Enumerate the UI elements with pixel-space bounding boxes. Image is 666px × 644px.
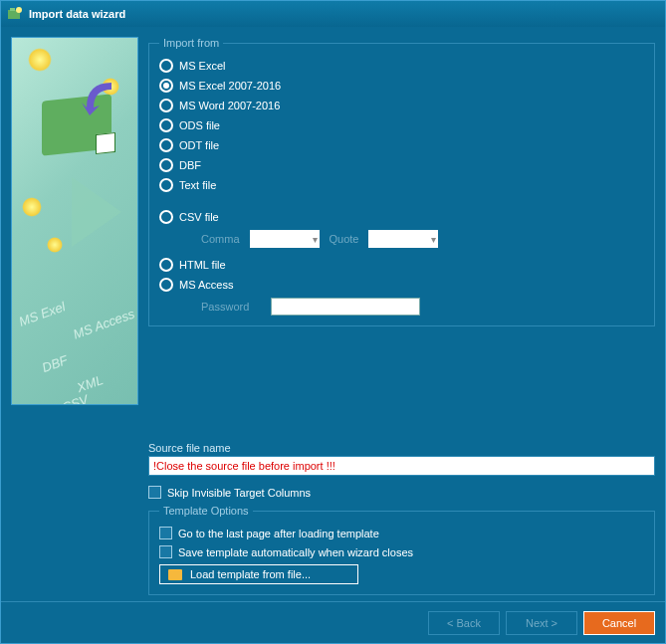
radio-html[interactable]: HTML file <box>159 258 644 272</box>
quote-combo[interactable]: ▾ <box>368 230 438 248</box>
main-area: MS Exel MS Access DBF XML CSV Import fro… <box>1 27 665 438</box>
radio-label: MS Word 2007-2016 <box>179 100 280 111</box>
password-label: Password <box>201 301 261 313</box>
template-options-legend: Template Options <box>159 505 253 517</box>
radio-label: Text file <box>179 179 216 191</box>
checkbox-label: Save template automatically when wizard … <box>178 546 413 558</box>
radio-access[interactable]: MS Access <box>159 278 644 292</box>
radio-icon <box>159 79 173 93</box>
radio-label: HTML file <box>179 259 226 271</box>
load-template-button[interactable]: Load template from file... <box>159 564 358 584</box>
radio-icon <box>159 158 173 172</box>
radio-ms-word-2007[interactable]: MS Word 2007-2016 <box>159 99 644 112</box>
svg-point-2 <box>16 7 22 13</box>
template-options-group: Template Options Go to the last page aft… <box>148 505 655 595</box>
chevron-down-icon: ▾ <box>313 234 318 245</box>
app-icon <box>7 6 23 22</box>
illus-text-excel: MS Exel <box>17 299 68 329</box>
import-from-legend: Import from <box>159 37 223 49</box>
checkbox-icon <box>159 545 172 558</box>
csv-options: Comma ▾ Quote ▾ <box>201 230 644 248</box>
radio-ms-excel-2007[interactable]: MS Excel 2007-2016 <box>159 79 644 93</box>
comma-combo[interactable]: ▾ <box>250 230 320 248</box>
next-button[interactable]: Next > <box>506 611 577 635</box>
quote-label: Quote <box>330 233 359 245</box>
access-password-row: Password <box>201 298 644 316</box>
checkbox-icon <box>148 486 161 499</box>
titlebar[interactable]: Import data wizard <box>1 1 665 27</box>
radio-icon <box>159 258 173 272</box>
illus-text-xml: XML <box>75 372 105 395</box>
radio-icon <box>159 138 173 152</box>
cancel-button[interactable]: Cancel <box>583 611 655 635</box>
right-column: Import from MS Excel MS Excel 2007-2016 … <box>148 37 655 434</box>
skip-invisible-checkbox[interactable]: Skip Invisible Target Columns <box>148 486 655 499</box>
checkbox-label: Skip Invisible Target Columns <box>167 487 311 499</box>
go-last-page-checkbox[interactable]: Go to the last page after loading templa… <box>159 527 644 539</box>
radio-label: MS Excel <box>179 60 225 72</box>
radio-csv[interactable]: CSV file <box>159 210 644 224</box>
svg-rect-1 <box>10 8 15 11</box>
footer: < Back Next > Cancel <box>1 601 665 643</box>
radio-icon <box>159 59 173 73</box>
radio-label: ODT file <box>179 139 219 151</box>
radio-icon <box>159 278 173 292</box>
import-wizard-window: Import data wizard MS Exel MS Access DBF… <box>0 0 666 644</box>
radio-ods[interactable]: ODS file <box>159 118 644 132</box>
radio-dbf[interactable]: DBF <box>159 158 644 172</box>
folder-icon <box>168 569 182 580</box>
checkbox-icon <box>159 527 172 539</box>
radio-icon <box>159 178 173 192</box>
back-button[interactable]: < Back <box>428 611 500 635</box>
lower-area: Source file name Skip Invisible Target C… <box>1 438 665 601</box>
comma-label: Comma <box>201 233 240 245</box>
illus-text-dbf: DBF <box>40 352 70 375</box>
button-label: Load template from file... <box>190 568 311 580</box>
radio-icon <box>159 99 173 112</box>
title-label: Import data wizard <box>29 8 125 20</box>
radio-icon <box>159 118 173 132</box>
radio-label: CSV file <box>179 211 219 223</box>
auto-save-checkbox[interactable]: Save template automatically when wizard … <box>159 545 644 558</box>
radio-label: MS Excel 2007-2016 <box>179 80 281 92</box>
body: MS Exel MS Access DBF XML CSV Import fro… <box>1 27 665 643</box>
wizard-illustration: MS Exel MS Access DBF XML CSV <box>11 37 138 405</box>
radio-odt[interactable]: ODT file <box>159 138 644 152</box>
password-field[interactable] <box>271 298 420 316</box>
radio-text[interactable]: Text file <box>159 178 644 192</box>
radio-ms-excel[interactable]: MS Excel <box>159 59 644 73</box>
source-file-input[interactable] <box>148 456 655 476</box>
chevron-down-icon: ▾ <box>431 234 436 245</box>
checkbox-label: Go to the last page after loading templa… <box>178 528 379 539</box>
radio-icon <box>159 210 173 224</box>
import-from-group: Import from MS Excel MS Excel 2007-2016 … <box>148 37 655 326</box>
radio-label: ODS file <box>179 119 220 131</box>
source-file-label: Source file name <box>148 442 655 454</box>
illus-text-access: MS Access <box>71 306 136 341</box>
radio-label: DBF <box>179 159 201 171</box>
radio-label: MS Access <box>179 279 233 291</box>
illus-text-csv: CSV <box>60 392 90 405</box>
